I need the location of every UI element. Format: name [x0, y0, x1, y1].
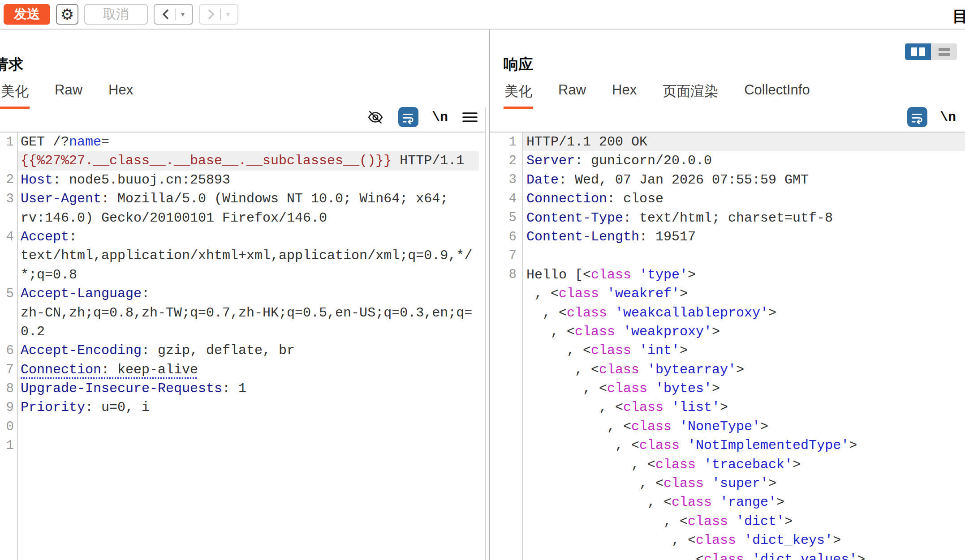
code-line: , <class 'bytearray'> — [490, 360, 965, 379]
line-number: 9 — [0, 400, 17, 415]
code-line-text: zh-CN,zh;q=0.8,zh-TW;q=0.7,zh-HK;q=0.5,e… — [17, 304, 479, 322]
code-line: 3User-Agent: Mozilla/5.0 (Windows NT 10.… — [0, 189, 486, 208]
code-line-text: Priority: u=0, i — [17, 398, 479, 417]
panel-splitter[interactable] — [486, 30, 490, 560]
code-line: 1 — [0, 436, 486, 455]
code-line-text: text/html,application/xhtml+xml,applicat… — [17, 246, 479, 265]
code-line-text: , <class 'NoneType'> — [522, 417, 965, 436]
code-line-text: Accept: — [17, 227, 479, 246]
code-line-text: , <class 'bytearray'> — [522, 360, 965, 379]
menu-icon[interactable] — [461, 110, 478, 125]
code-line: rv:146.0) Gecko/20100101 Firefox/146.0 — [0, 209, 486, 227]
tab-Raw[interactable]: Raw — [54, 79, 83, 108]
code-line: , <class 'super'> — [490, 474, 965, 493]
request-tabs: 美化RawHex — [0, 79, 486, 108]
newline-toggle-icon[interactable]: \n — [432, 110, 448, 125]
request-title: 请求 — [0, 55, 486, 75]
code-line: zh-CN,zh;q=0.8,zh-TW;q=0.7,zh-HK;q=0.5,e… — [0, 304, 486, 322]
line-number: 5 — [490, 210, 522, 225]
dropdown-arrow-icon[interactable]: ▼ — [225, 11, 231, 18]
code-line-text: Upgrade-Insecure-Requests: 1 — [17, 379, 479, 398]
line-number: 1 — [490, 135, 522, 150]
send-button[interactable]: 发送 — [4, 4, 50, 25]
code-line-text — [522, 246, 965, 265]
wrap-text-icon[interactable] — [398, 107, 418, 127]
code-line: , <class 'weakcallableproxy'> — [490, 304, 965, 322]
tab-Hex[interactable]: Hex — [108, 79, 134, 108]
line-number: 3 — [490, 172, 522, 187]
line-number: 2 — [490, 154, 522, 168]
code-line-text: 0.2 — [17, 322, 479, 341]
code-line: , <class 'range'> — [490, 493, 965, 512]
button-divider — [220, 9, 221, 20]
code-line: 1GET /?name= — [0, 133, 486, 151]
code-line: 0.2 — [0, 322, 486, 341]
newline-toggle-icon[interactable]: \n — [940, 110, 956, 125]
code-line-text: , <class 'bytes'> — [522, 379, 965, 398]
response-editor[interactable]: 1HTTP/1.1 200 OK2Server: gunicorn/20.0.0… — [490, 133, 965, 560]
code-line-text: Host: node5.buuoj.cn:25893 — [17, 171, 479, 189]
code-line-text: *;q=0.8 — [17, 265, 479, 284]
tab-页面渲染[interactable]: 页面渲染 — [662, 79, 719, 108]
tab-Hex[interactable]: Hex — [611, 79, 638, 108]
code-line-text: rv:146.0) Gecko/20100101 Firefox/146.0 — [17, 209, 479, 227]
line-number: 1 — [0, 438, 17, 453]
code-line-text: Accept-Encoding: gzip, deflate, br — [17, 341, 479, 360]
code-line-text: User-Agent: Mozilla/5.0 (Windows NT 10.0… — [17, 189, 479, 208]
code-line-text: , <class 'dict_values'> — [522, 550, 965, 560]
code-line: , <class 'NoneType'> — [490, 417, 965, 436]
dropdown-arrow-icon[interactable]: ▼ — [180, 11, 186, 18]
line-number: 4 — [0, 230, 17, 244]
tab-美化[interactable]: 美化 — [504, 79, 533, 109]
tab-CollectInfo[interactable]: CollectInfo — [743, 79, 810, 108]
code-line: 5Accept-Language: — [0, 284, 486, 303]
code-line: 2Host: node5.buuoj.cn:25893 — [0, 171, 486, 189]
code-line: 7Connection: keep-alive — [0, 360, 486, 379]
response-title: 响应 — [504, 55, 965, 75]
code-line: , <class 'list'> — [490, 398, 965, 417]
response-tabs: 美化RawHex页面渲染CollectInfo — [504, 79, 965, 108]
back-button[interactable]: ▼ — [154, 4, 193, 25]
line-number: 6 — [490, 230, 522, 244]
line-number: 1 — [0, 135, 17, 150]
code-line: 4Accept: — [0, 227, 486, 246]
line-number: 7 — [0, 362, 17, 377]
response-header-icons: \n — [907, 107, 956, 127]
eye-off-icon[interactable] — [366, 108, 385, 127]
code-line: 3Date: Wed, 07 Jan 2026 07:55:59 GMT — [490, 171, 965, 189]
tab-Raw[interactable]: Raw — [557, 79, 587, 108]
tab-美化[interactable]: 美化 — [0, 79, 30, 109]
code-line-text: Accept-Language: — [17, 284, 479, 303]
request-editor[interactable]: 1GET /?name={{%27%27.__class__.__base__.… — [0, 133, 486, 560]
toolbar: 发送 ⚙ 取消 ▼ ▼ 目 — [0, 0, 965, 30]
code-line-text: , <class 'traceback'> — [522, 455, 965, 474]
settings-button[interactable]: ⚙ — [56, 4, 78, 25]
code-line: , <class 'int'> — [490, 341, 965, 360]
code-line-text: , <class 'dict'> — [522, 512, 965, 531]
response-panel: 响应 美化RawHex页面渲染CollectInfo \n 1HTTP/1.1 … — [490, 30, 965, 560]
code-line-text: Hello [<class 'type'> — [522, 265, 965, 284]
code-line: 5Content-Type: text/html; charset=utf-8 — [490, 209, 965, 227]
forward-button[interactable]: ▼ — [199, 4, 238, 25]
code-line-text: HTTP/1.1 200 OK — [522, 133, 965, 151]
code-line: , <class 'weakproxy'> — [490, 322, 965, 341]
code-line-text: , <class 'weakproxy'> — [522, 322, 965, 341]
line-number: 5 — [0, 286, 17, 301]
code-line: {{%27%27.__class__.__base__.__subclasses… — [0, 151, 486, 170]
code-line: , <class 'NotImplementedType'> — [490, 436, 965, 455]
code-line: 6Accept-Encoding: gzip, deflate, br — [0, 341, 486, 360]
code-line-text — [17, 417, 479, 436]
code-line: 0 — [0, 417, 486, 436]
cancel-button[interactable]: 取消 — [84, 4, 148, 25]
wrap-text-icon[interactable] — [907, 107, 927, 127]
line-number: 0 — [0, 419, 17, 434]
gear-icon: ⚙ — [60, 5, 74, 23]
line-number: 2 — [0, 172, 17, 187]
code-line-text: , <class 'int'> — [522, 341, 965, 360]
code-line: 8Hello [<class 'type'> — [490, 265, 965, 284]
code-line: 6Content-Length: 19517 — [490, 227, 965, 246]
line-number: 8 — [490, 267, 522, 282]
repeater-main: 请求 美化RawHex — [0, 30, 965, 560]
line-number: 3 — [0, 192, 17, 206]
target-tab-partial[interactable]: 目 — [952, 6, 965, 27]
